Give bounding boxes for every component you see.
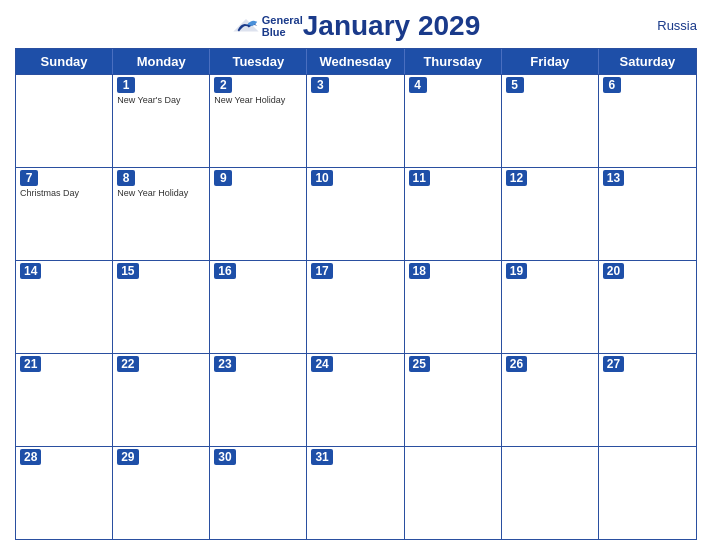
day-cell [502,447,599,539]
day-cell: 4 [405,75,502,167]
day-number: 28 [20,449,41,465]
day-number: 24 [311,356,332,372]
day-cell: 25 [405,354,502,446]
day-cell: 16 [210,261,307,353]
day-header-saturday: Saturday [599,49,696,74]
day-cell: 7Christmas Day [16,168,113,260]
country-label: Russia [657,18,697,33]
day-number: 4 [409,77,427,93]
day-cell: 19 [502,261,599,353]
day-number: 18 [409,263,430,279]
day-number: 19 [506,263,527,279]
day-number: 9 [214,170,232,186]
day-cell [405,447,502,539]
day-number: 31 [311,449,332,465]
logo-bird-icon [232,16,260,36]
day-cell: 31 [307,447,404,539]
day-header-wednesday: Wednesday [307,49,404,74]
day-event: New Year Holiday [214,95,302,107]
calendar-title: January 2029 [303,10,480,42]
day-cell: 3 [307,75,404,167]
day-cell: 24 [307,354,404,446]
day-number: 27 [603,356,624,372]
day-number: 25 [409,356,430,372]
day-number: 11 [409,170,430,186]
day-cell: 27 [599,354,696,446]
day-header-monday: Monday [113,49,210,74]
day-header-sunday: Sunday [16,49,113,74]
day-number: 15 [117,263,138,279]
week-row-2: 14151617181920 [16,260,696,353]
day-number: 5 [506,77,524,93]
day-number: 16 [214,263,235,279]
day-cell: 5 [502,75,599,167]
logo: General Blue [232,14,303,38]
day-cell: 14 [16,261,113,353]
day-cell [599,447,696,539]
week-row-0: 1New Year's Day2New Year Holiday3456 [16,74,696,167]
day-cell [16,75,113,167]
day-number: 8 [117,170,135,186]
day-cell: 30 [210,447,307,539]
day-cell: 29 [113,447,210,539]
day-number: 30 [214,449,235,465]
day-cell: 21 [16,354,113,446]
day-cell: 28 [16,447,113,539]
day-number: 13 [603,170,624,186]
day-event: Christmas Day [20,188,108,200]
day-number: 22 [117,356,138,372]
week-row-1: 7Christmas Day8New Year Holiday910111213 [16,167,696,260]
day-number: 2 [214,77,232,93]
day-cell: 17 [307,261,404,353]
day-number: 29 [117,449,138,465]
logo-text: General Blue [262,14,303,38]
day-number: 3 [311,77,329,93]
weeks: 1New Year's Day2New Year Holiday34567Chr… [16,74,696,539]
day-cell: 22 [113,354,210,446]
day-cell: 26 [502,354,599,446]
day-cell: 6 [599,75,696,167]
calendar: SundayMondayTuesdayWednesdayThursdayFrid… [15,48,697,540]
week-row-4: 28293031 [16,446,696,539]
day-headers: SundayMondayTuesdayWednesdayThursdayFrid… [16,49,696,74]
day-number: 14 [20,263,41,279]
day-cell: 23 [210,354,307,446]
header: General Blue January 2029 Russia [15,10,697,42]
day-cell: 20 [599,261,696,353]
day-number: 21 [20,356,41,372]
day-cell: 11 [405,168,502,260]
day-number: 7 [20,170,38,186]
day-event: New Year Holiday [117,188,205,200]
day-cell: 8New Year Holiday [113,168,210,260]
day-number: 6 [603,77,621,93]
day-number: 26 [506,356,527,372]
week-row-3: 21222324252627 [16,353,696,446]
day-number: 1 [117,77,135,93]
day-header-thursday: Thursday [405,49,502,74]
logo-container: General Blue [232,14,303,38]
day-number: 20 [603,263,624,279]
day-number: 10 [311,170,332,186]
day-header-friday: Friday [502,49,599,74]
day-cell: 1New Year's Day [113,75,210,167]
day-number: 17 [311,263,332,279]
day-cell: 15 [113,261,210,353]
day-number: 23 [214,356,235,372]
day-cell: 13 [599,168,696,260]
day-cell: 12 [502,168,599,260]
day-number: 12 [506,170,527,186]
day-cell: 10 [307,168,404,260]
day-cell: 18 [405,261,502,353]
day-cell: 2New Year Holiday [210,75,307,167]
page: General Blue January 2029 Russia SundayM… [0,0,712,550]
day-header-tuesday: Tuesday [210,49,307,74]
day-cell: 9 [210,168,307,260]
day-event: New Year's Day [117,95,205,107]
